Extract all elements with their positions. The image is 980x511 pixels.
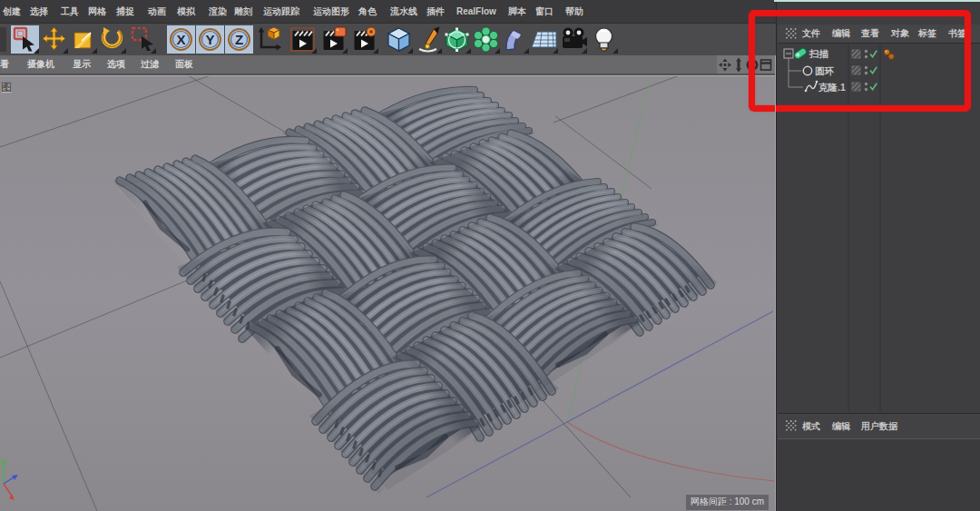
svg-text:Y: Y	[205, 32, 214, 47]
svg-text:X: X	[176, 32, 185, 47]
svg-text:Z: Z	[235, 32, 243, 47]
